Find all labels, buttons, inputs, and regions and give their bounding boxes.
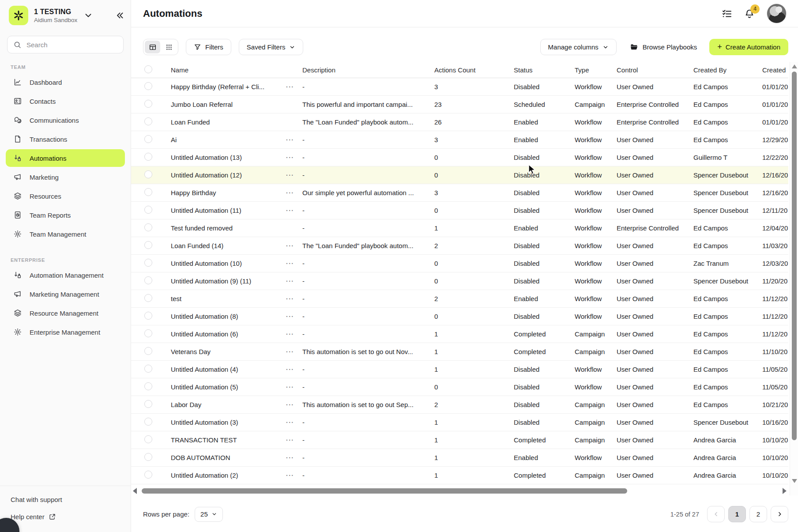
notifications-bell-icon[interactable]: 4 bbox=[744, 8, 755, 19]
row-menu-button[interactable]: ··· bbox=[286, 189, 294, 196]
row-menu-button[interactable]: ··· bbox=[286, 384, 294, 391]
horizontal-scrollbar[interactable] bbox=[131, 487, 788, 494]
scroll-up-arrow-icon[interactable] bbox=[792, 64, 797, 68]
row-menu-button[interactable]: ··· bbox=[286, 419, 294, 426]
row-menu-button[interactable]: ··· bbox=[286, 154, 294, 161]
row-checkbox[interactable] bbox=[144, 471, 152, 479]
column-header-status[interactable]: Status bbox=[514, 66, 575, 74]
row-checkbox[interactable] bbox=[144, 294, 152, 302]
column-header-created-by[interactable]: Created By bbox=[693, 66, 762, 74]
row-menu-button[interactable]: ··· bbox=[286, 278, 294, 285]
row-checkbox[interactable] bbox=[144, 382, 152, 390]
row-menu-button[interactable]: ··· bbox=[286, 331, 294, 338]
sidebar-item-team-reports[interactable]: Team Reports bbox=[6, 206, 125, 224]
table-row[interactable]: Veterans Day ··· This automation is set … bbox=[131, 343, 788, 361]
table-row[interactable]: Untitled Automation (3) ··· - 1 Disabled… bbox=[131, 414, 788, 431]
sidebar-item-automations[interactable]: Automations bbox=[6, 149, 125, 167]
table-row[interactable]: DOB AUTOMATION ··· - 1 Enabled Workflow … bbox=[131, 449, 788, 467]
next-page-button[interactable] bbox=[771, 506, 788, 522]
horizontal-scrollbar-thumb[interactable] bbox=[142, 488, 627, 494]
column-header-type[interactable]: Type bbox=[575, 66, 617, 74]
row-menu-button[interactable]: ··· bbox=[286, 437, 294, 444]
table-row[interactable]: Untitled Automation (6) ··· - 1 Complete… bbox=[131, 325, 788, 343]
manage-columns-button[interactable]: Manage columns bbox=[540, 39, 617, 55]
row-checkbox[interactable] bbox=[144, 82, 152, 90]
row-menu-button[interactable]: ··· bbox=[286, 472, 294, 479]
row-menu-button[interactable]: ··· bbox=[286, 136, 294, 143]
sidebar-item-marketing[interactable]: Marketing bbox=[6, 168, 125, 186]
table-row[interactable]: Untitled Automation (2) ··· - 1 Complete… bbox=[131, 467, 788, 484]
table-row[interactable]: Untitled Automation (5) ··· - 0 Disabled… bbox=[131, 378, 788, 396]
scroll-right-arrow-icon[interactable] bbox=[783, 488, 787, 494]
sidebar-item-resources[interactable]: Resources bbox=[6, 187, 125, 205]
column-header-actions-count[interactable]: Actions Count bbox=[434, 66, 514, 74]
chevron-down-icon[interactable] bbox=[83, 11, 93, 20]
column-header-created[interactable]: Created bbox=[762, 66, 788, 74]
tasks-checklist-icon[interactable] bbox=[722, 8, 732, 19]
table-row[interactable]: Happy Birthday (Referral + Cli... ··· - … bbox=[131, 78, 788, 96]
row-menu-button[interactable]: ··· bbox=[286, 348, 294, 355]
row-menu-button[interactable]: ··· bbox=[286, 207, 294, 214]
row-checkbox[interactable] bbox=[144, 117, 152, 125]
workspace-switcher[interactable]: 1 TESTING Aidium Sandbox bbox=[0, 0, 131, 29]
row-checkbox[interactable] bbox=[144, 241, 152, 249]
row-checkbox[interactable] bbox=[144, 418, 152, 426]
table-row[interactable]: Untitled Automation (12) ··· - 0 Disable… bbox=[131, 166, 788, 184]
row-menu-button[interactable]: ··· bbox=[286, 295, 294, 302]
row-menu-button[interactable]: ··· bbox=[286, 83, 294, 91]
help-center-link[interactable]: Help center bbox=[11, 513, 120, 521]
sidebar-item-transactions[interactable]: Transactions bbox=[6, 130, 125, 148]
table-row[interactable]: Untitled Automation (4) ··· - 1 Disabled… bbox=[131, 361, 788, 378]
row-checkbox[interactable] bbox=[144, 435, 152, 443]
rows-per-page-select[interactable]: 25 bbox=[195, 507, 223, 522]
table-row[interactable]: Untitled Automation (13) ··· - 0 Disable… bbox=[131, 149, 788, 166]
sidebar-item-dashboard[interactable]: Dashboard bbox=[6, 73, 125, 91]
table-row[interactable]: TRANSACTION TEST ··· - 1 Completed Campa… bbox=[131, 431, 788, 449]
saved-filters-button[interactable]: Saved Filters bbox=[239, 39, 304, 55]
table-row[interactable]: Loan Funded ··· The "Loan Funded" playbo… bbox=[131, 113, 788, 131]
row-menu-button[interactable]: ··· bbox=[286, 242, 294, 249]
create-automation-button[interactable]: + Create Automation bbox=[709, 39, 788, 55]
row-checkbox[interactable] bbox=[144, 153, 152, 161]
column-header-control[interactable]: Control bbox=[617, 66, 693, 74]
table-row[interactable]: test ··· - 2 Enabled Workflow User Owned… bbox=[131, 290, 788, 308]
table-row[interactable]: Untitled Automation (8) ··· - 0 Disabled… bbox=[131, 308, 788, 325]
table-row[interactable]: Happy Birthday ··· Our simple yet powerf… bbox=[131, 184, 788, 202]
table-row[interactable]: Untitled Automation (11) ··· - 0 Disable… bbox=[131, 202, 788, 219]
sidebar-item-communications[interactable]: Communications bbox=[6, 111, 125, 129]
user-avatar[interactable] bbox=[767, 4, 787, 23]
table-row[interactable]: Loan Funded (14) ··· The "Loan Funded" p… bbox=[131, 237, 788, 255]
table-row[interactable]: Jumbo Loan Referral ··· This powerful an… bbox=[131, 96, 788, 113]
row-menu-button[interactable]: ··· bbox=[286, 401, 294, 408]
table-row[interactable]: Untitled Automation (9) (11) ··· - 0 Dis… bbox=[131, 272, 788, 290]
row-checkbox[interactable] bbox=[144, 312, 152, 320]
row-checkbox[interactable] bbox=[144, 223, 152, 231]
sidebar-item-resource-management[interactable]: Resource Management bbox=[6, 304, 125, 322]
row-menu-button[interactable]: ··· bbox=[286, 260, 294, 267]
sidebar-item-automation-management[interactable]: Automation Management bbox=[6, 266, 125, 284]
row-checkbox[interactable] bbox=[144, 347, 152, 355]
table-row[interactable]: Labor Day ··· This automation is set to … bbox=[131, 396, 788, 414]
browse-playbooks-button[interactable]: Browse Playbooks bbox=[630, 43, 697, 51]
page-2-button[interactable]: 2 bbox=[749, 506, 767, 522]
table-row[interactable]: Ai ··· - 3 Enabled Workflow User Owned E… bbox=[131, 131, 788, 149]
row-menu-button[interactable]: ··· bbox=[286, 172, 294, 179]
table-view-button[interactable] bbox=[145, 41, 160, 53]
column-header-description[interactable]: Description bbox=[302, 66, 434, 74]
row-checkbox[interactable] bbox=[144, 206, 152, 214]
sidebar-item-marketing-management[interactable]: Marketing Management bbox=[6, 285, 125, 303]
row-menu-button[interactable]: ··· bbox=[286, 313, 294, 320]
table-row[interactable]: Test funded removed ··· - 1 Enabled Work… bbox=[131, 219, 788, 237]
row-menu-button[interactable]: ··· bbox=[286, 366, 294, 373]
row-menu-button[interactable]: ··· bbox=[286, 454, 294, 461]
sidebar-item-enterprise-management[interactable]: Enterprise Management bbox=[6, 323, 125, 341]
filters-button[interactable]: Filters bbox=[186, 39, 231, 55]
row-checkbox[interactable] bbox=[144, 329, 152, 337]
scroll-down-arrow-icon[interactable] bbox=[792, 479, 797, 483]
vertical-scrollbar-thumb[interactable] bbox=[792, 72, 797, 440]
sidebar-item-contacts[interactable]: Contacts bbox=[6, 92, 125, 110]
row-checkbox[interactable] bbox=[144, 400, 152, 408]
scroll-left-arrow-icon[interactable] bbox=[133, 488, 137, 494]
select-all-checkbox[interactable] bbox=[144, 65, 152, 73]
row-checkbox[interactable] bbox=[144, 259, 152, 267]
